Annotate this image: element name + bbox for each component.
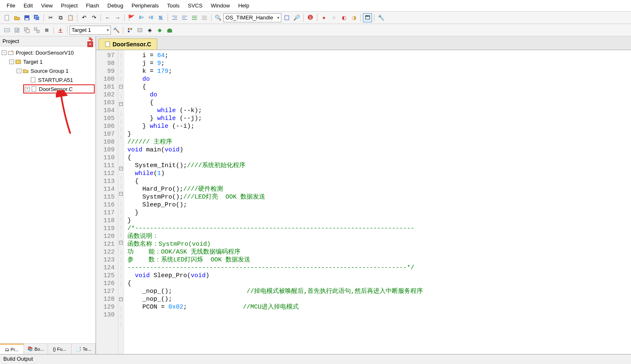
code-line[interactable]: Sleep_Pro(); [127,201,423,209]
window-layout-button[interactable]: 🗔 [363,13,372,22]
menu-debug[interactable]: Debug [103,1,127,10]
menu-file[interactable]: File [2,1,19,10]
rebuild-button[interactable] [22,26,31,35]
code-line[interactable]: { [127,177,423,185]
code-line[interactable]: void main(void) [127,146,423,154]
menu-help[interactable]: Help [234,1,254,10]
pin-icon[interactable]: 📌 [88,36,93,42]
menu-svcs[interactable]: SVCS [184,1,206,10]
project-tree[interactable]: − Project: DoorSensorV10 − Target 1 − So… [0,46,96,343]
menu-edit[interactable]: Edit [19,1,37,10]
target-options-button[interactable]: 🔨 [112,26,121,35]
code-line[interactable]: SystmPro();///LED灯亮 OOK 数据发送 [127,193,423,201]
code-line[interactable]: } [127,209,423,217]
find-in-files-button[interactable]: 🔍 [214,13,223,22]
file-ext-button[interactable] [125,26,134,35]
save-button[interactable] [22,13,31,22]
expand-icon[interactable]: + [25,87,30,91]
code-line[interactable]: 函数说明： [127,232,423,240]
code-line[interactable]: ----------------------------------------… [127,264,423,272]
find-next-button[interactable] [282,13,291,22]
code-line[interactable]: { [127,83,423,91]
breakpoint-killall-button[interactable]: ◑ [349,13,358,22]
configure-button[interactable]: 🔧 [377,13,386,22]
fold-gutter[interactable]: ││││−│−││││−││−│││││−│││││−│││ [118,50,124,354]
comment-button[interactable] [190,13,199,22]
code-line[interactable]: { [127,99,423,107]
code-line[interactable]: } [127,130,423,138]
breakpoint-enable-button[interactable]: ○ [329,13,338,22]
debug-button[interactable]: 🅠 [306,13,315,22]
translate-button[interactable] [2,26,12,35]
collapse-icon[interactable]: − [17,69,22,73]
bookmark-next-button[interactable] [146,13,156,22]
collapse-icon[interactable]: − [2,50,7,55]
code-line[interactable]: { [127,280,423,287]
code-line[interactable]: do [127,91,423,99]
code-line[interactable]: 函数名称：SystmPro(void) [127,240,423,248]
code-content[interactable]: i = 64; j = 9; k = 179; do { do { while … [124,50,423,354]
code-line[interactable]: k = 179; [127,67,423,75]
indent-button[interactable] [170,13,179,22]
breakpoint-insert-button[interactable]: ● [319,13,329,22]
editor-tab-active[interactable]: DoorSensor.C [98,38,157,50]
menu-view[interactable]: View [37,1,57,10]
open-file-button[interactable] [12,13,22,22]
code-line[interactable]: /*--------------------------------------… [127,225,423,232]
code-line[interactable]: 参 数：系统LED灯闪烁 OOK 数据发送 [127,256,423,264]
uncomment-button[interactable] [200,13,209,22]
bookmark-clear-button[interactable] [156,13,166,22]
code-line[interactable]: Hard_Pro();////硬件检测 [127,185,423,193]
side-tab-0[interactable]: 🗂Pr... [0,344,24,354]
paste-button[interactable]: 📋 [66,13,75,22]
manage-books-button[interactable] [135,26,144,35]
side-tab-1[interactable]: 📚Bo... [24,344,48,354]
breakpoint-disable-button[interactable]: ◐ [339,13,348,22]
cut-button[interactable]: ✂ [46,13,55,22]
bookmark-toggle-button[interactable]: 🚩 [127,13,136,22]
code-line[interactable]: while(1) [127,170,423,177]
stop-build-button[interactable] [42,26,51,35]
nav-back-button[interactable]: ← [103,13,112,22]
save-all-button[interactable] [32,13,41,22]
menu-project[interactable]: Project [57,1,82,10]
find-combo[interactable]: OS_TIMER_Handle [223,13,281,22]
tree-file-doorsensor[interactable]: + DoorSensor.C [23,84,95,93]
manage-rte-button[interactable]: ◆ [155,26,164,35]
code-line[interactable]: _nop_(); [127,295,423,303]
collapse-icon[interactable]: − [9,60,14,64]
build-button[interactable] [12,26,22,35]
new-file-button[interactable] [2,13,12,22]
tree-file-startup[interactable]: STARTUP.A51 [1,75,95,84]
code-line[interactable]: void Sleep_Pro(void) [127,272,423,280]
code-line[interactable]: while (--k); [127,107,423,115]
code-line[interactable]: ////// 主程序 [127,138,423,146]
code-line[interactable]: PCON = 0x02; //MCU进入掉电模式 [127,303,423,311]
code-line[interactable]: i = 64; [127,52,423,60]
download-button[interactable] [56,26,65,35]
code-line[interactable]: 功 能：OOK/ASK 无线数据编码程序 [127,248,423,256]
code-line[interactable]: { [127,154,423,162]
code-line[interactable]: _nop_(); //掉电模式被唤醒后,首先执行此语句,然后再进入中断服务程序 [127,287,423,295]
code-line[interactable]: do [127,75,423,83]
code-line[interactable]: System_Init();////系统初始化程序 [127,162,423,170]
menu-window[interactable]: Window [206,1,234,10]
batch-build-button[interactable] [32,26,41,35]
code-line[interactable]: } while (--i); [127,122,423,130]
menu-tools[interactable]: Tools [163,1,184,10]
undo-button[interactable]: ↶ [79,13,89,22]
unindent-button[interactable] [180,13,189,22]
code-line[interactable]: } [127,217,423,225]
side-tab-3[interactable]: 📑Te... [72,344,96,354]
bookmark-prev-button[interactable] [137,13,146,22]
tree-project-root[interactable]: − Project: DoorSensorV10 [1,48,95,57]
incremental-find-button[interactable]: 🔎 [292,13,301,22]
code-line[interactable]: j = 9; [127,60,423,67]
target-combo[interactable]: Target 1 [70,26,111,35]
manage-component-button[interactable]: ◈ [145,26,154,35]
copy-button[interactable]: ⧉ [56,13,65,22]
code-editor[interactable]: 9798991001011021031041051061071081091101… [96,50,631,354]
side-tab-2[interactable]: {}Fu... [48,344,72,354]
redo-button[interactable]: ↷ [89,13,98,22]
tree-target[interactable]: − Target 1 [1,57,95,66]
